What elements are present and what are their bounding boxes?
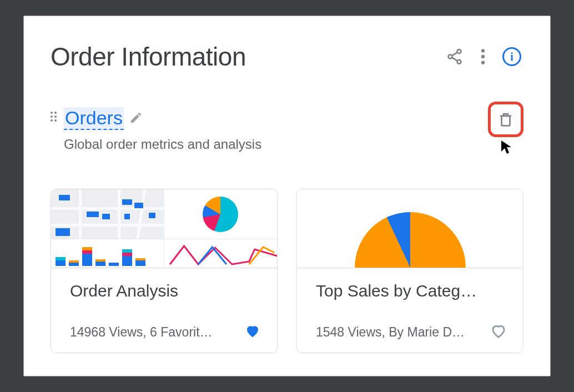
section-subtitle: Global order metrics and analysis xyxy=(64,137,261,152)
svg-point-7 xyxy=(481,61,485,64)
mini-map xyxy=(51,189,164,239)
trash-icon xyxy=(497,110,514,129)
dashboard-panel: Order Information i Orders xyxy=(23,16,551,376)
cursor-icon xyxy=(500,139,513,155)
info-icon[interactable]: i xyxy=(502,47,521,66)
mini-line-chart xyxy=(164,239,278,268)
section-header: Orders Global order metrics and analysis xyxy=(51,107,523,152)
half-pie-chart xyxy=(355,212,466,268)
info-glyph: i xyxy=(510,51,513,63)
delete-button[interactable] xyxy=(488,102,523,137)
card-meta: 1548 Views, By Marie D… xyxy=(316,325,465,340)
share-icon[interactable] xyxy=(446,48,464,66)
svg-line-4 xyxy=(452,58,457,61)
card-preview xyxy=(297,189,523,268)
dashboard-card[interactable]: Order Analysis 14968 Views, 6 Favorit… xyxy=(51,189,278,353)
svg-point-0 xyxy=(457,49,461,53)
header-actions: i xyxy=(446,47,521,66)
svg-line-3 xyxy=(452,52,457,56)
section-title[interactable]: Orders xyxy=(64,107,124,130)
card-body: Top Sales by Categ… 1548 Views, By Marie… xyxy=(297,268,523,353)
card-title: Order Analysis xyxy=(70,282,261,300)
svg-point-6 xyxy=(481,55,485,58)
favorite-icon[interactable] xyxy=(490,323,507,341)
svg-point-2 xyxy=(457,60,461,64)
mini-pie-chart xyxy=(164,189,278,239)
favorite-icon[interactable] xyxy=(244,323,261,341)
drag-handle-icon[interactable] xyxy=(51,112,58,122)
card-body: Order Analysis 14968 Views, 6 Favorit… xyxy=(51,268,277,353)
svg-point-5 xyxy=(481,49,485,52)
section-title-block: Orders Global order metrics and analysis xyxy=(64,107,261,152)
svg-point-1 xyxy=(449,55,452,59)
header: Order Information i xyxy=(51,42,523,72)
more-vert-icon[interactable] xyxy=(480,48,486,66)
mini-bar-chart xyxy=(51,239,164,268)
card-preview xyxy=(51,189,277,268)
page-title: Order Information xyxy=(51,42,246,72)
card-title: Top Sales by Categ… xyxy=(316,282,507,300)
cards-row: Order Analysis 14968 Views, 6 Favorit… T… xyxy=(51,189,523,353)
pencil-icon[interactable] xyxy=(129,111,143,127)
card-meta: 14968 Views, 6 Favorit… xyxy=(70,325,213,340)
dashboard-card[interactable]: Top Sales by Categ… 1548 Views, By Marie… xyxy=(296,189,523,353)
